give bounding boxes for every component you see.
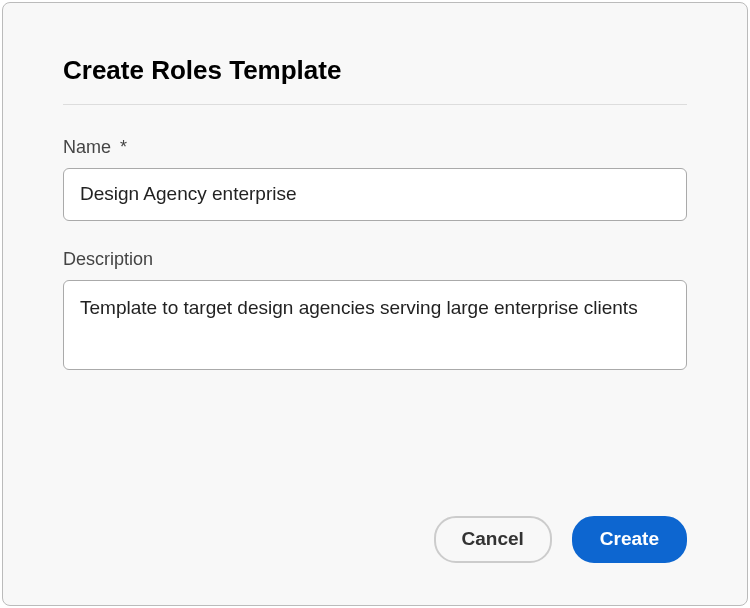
description-input[interactable] (63, 280, 687, 370)
name-input[interactable] (63, 168, 687, 221)
required-asterisk: * (120, 137, 127, 157)
cancel-button[interactable]: Cancel (434, 516, 552, 563)
create-button[interactable]: Create (572, 516, 687, 563)
button-row: Cancel Create (434, 516, 687, 563)
name-label-text: Name (63, 137, 111, 157)
description-field-group: Description (63, 249, 687, 374)
create-roles-template-dialog: Create Roles Template Name * Description… (2, 2, 748, 606)
name-field-group: Name * (63, 137, 687, 221)
dialog-title: Create Roles Template (63, 55, 687, 86)
name-label: Name * (63, 137, 687, 158)
divider (63, 104, 687, 105)
description-label: Description (63, 249, 687, 270)
